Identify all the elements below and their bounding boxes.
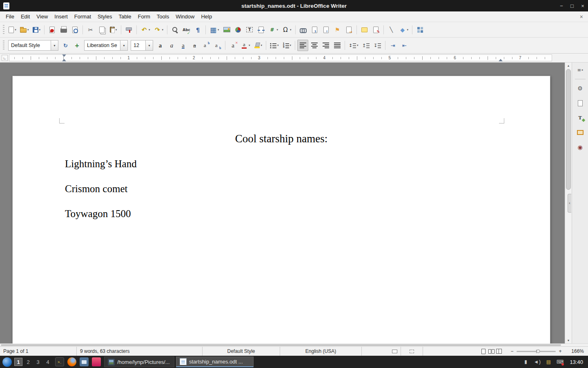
app-menu-icon[interactable] xyxy=(2,357,12,367)
clipboard-icon[interactable]: ▤ xyxy=(543,357,553,367)
basic-shapes-button[interactable]: ◆▾ xyxy=(397,24,410,36)
font-size-dropdown[interactable]: ▾ xyxy=(145,40,153,51)
workspace-3-button[interactable]: 3 xyxy=(34,358,42,366)
writer-window-button[interactable]: startship_names.odt ... xyxy=(176,357,254,367)
menu-edit[interactable]: Edit xyxy=(18,12,33,21)
dropdown-arrow-icon[interactable]: ▾ xyxy=(27,28,29,31)
export-pdf-button[interactable] xyxy=(47,24,58,36)
zoom-slider-thumb[interactable] xyxy=(536,350,540,353)
find-replace-button[interactable] xyxy=(169,24,180,36)
menu-form[interactable]: Form xyxy=(134,12,153,21)
firefox-launcher-button[interactable] xyxy=(67,357,77,367)
align-left-button[interactable] xyxy=(297,40,308,51)
dropdown-arrow-icon[interactable]: ▾ xyxy=(249,44,250,47)
track-changes-button[interactable] xyxy=(370,24,381,36)
workspace-4-button[interactable]: 4 xyxy=(44,358,52,366)
dropdown-arrow-icon[interactable]: ▾ xyxy=(116,28,117,31)
open-button[interactable]: ▾ xyxy=(18,24,31,36)
document-area[interactable]: Cool starship names: Lightning’s HandCri… xyxy=(0,63,565,343)
document-heading[interactable]: Cool starship names: xyxy=(13,131,550,146)
menu-format[interactable]: Format xyxy=(71,12,94,21)
sidebar-tab-navigator[interactable]: ◉ xyxy=(575,141,586,153)
sidebar-tab-sidebar-settings[interactable]: ≡ xyxy=(575,64,586,76)
zoom-level[interactable]: 166% xyxy=(567,348,588,354)
input-method-icon[interactable]: ⌨ xyxy=(555,357,565,367)
numbered-list-button[interactable]: ▾ xyxy=(281,40,293,51)
align-justify-button[interactable] xyxy=(332,40,343,51)
insert-cross-reference-button[interactable] xyxy=(343,24,354,36)
close-button[interactable]: × xyxy=(577,0,588,11)
scrollbar-thumb[interactable] xyxy=(566,69,571,190)
print-button[interactable] xyxy=(58,24,69,36)
increase-paragraph-spacing-button[interactable]: ↥ xyxy=(361,40,372,51)
paste-button[interactable]: ▾ xyxy=(108,24,119,36)
dropdown-arrow-icon[interactable]: ▾ xyxy=(357,44,359,47)
status-language[interactable]: English (USA) xyxy=(280,347,362,356)
undo-button[interactable]: ↶▾ xyxy=(139,24,152,36)
insert-chart-button[interactable] xyxy=(233,24,244,36)
battery-icon[interactable]: ▮ xyxy=(521,357,530,367)
menu-help[interactable]: Help xyxy=(198,12,215,21)
right-indent-marker[interactable] xyxy=(499,59,503,61)
sidebar-tab-styles[interactable]: T xyxy=(575,112,586,123)
highlight-color-button[interactable]: ▾ xyxy=(252,40,264,51)
clock[interactable]: 13:40 xyxy=(567,359,586,365)
insert-text-box-button[interactable]: T xyxy=(244,24,255,36)
bullet-list-button[interactable]: ▾ xyxy=(268,40,281,51)
insert-page-break-button[interactable] xyxy=(256,24,267,36)
minimize-button[interactable]: − xyxy=(556,0,567,11)
insert-table-button[interactable]: ▦▾ xyxy=(208,24,221,36)
special-character-button[interactable]: Ω▾ xyxy=(280,24,293,36)
dropdown-arrow-icon[interactable]: ▾ xyxy=(149,28,150,31)
workspace-1-button[interactable]: 1 xyxy=(14,358,22,366)
zoom-slider-track[interactable] xyxy=(517,351,556,352)
increase-indent-button[interactable]: ⇥ xyxy=(388,40,399,51)
copy-button[interactable] xyxy=(96,24,107,36)
book-view-button[interactable] xyxy=(496,348,502,355)
dropdown-arrow-icon[interactable]: ▾ xyxy=(407,28,409,31)
align-center-button[interactable] xyxy=(309,40,320,51)
strikethrough-button[interactable]: a xyxy=(189,40,200,51)
file-manager-launcher-button[interactable] xyxy=(79,357,89,367)
dropdown-arrow-icon[interactable]: ▾ xyxy=(290,44,292,47)
draw-functions-button[interactable] xyxy=(414,24,425,36)
decrease-indent-button[interactable]: ⇤ xyxy=(399,40,410,51)
status-selection-mode[interactable] xyxy=(401,347,423,356)
tab-stop-selector[interactable]: ∟ xyxy=(2,55,8,61)
document-body[interactable]: Lightning’s HandCrismon cometToywagon 15… xyxy=(13,157,550,220)
volume-icon[interactable]: ◄ xyxy=(532,357,542,367)
font-color-button[interactable]: a▾ xyxy=(239,40,252,51)
pictures-window-button[interactable]: /home/lynp/Pictures/... xyxy=(104,357,174,367)
dropdown-arrow-icon[interactable]: ▾ xyxy=(162,28,164,31)
horizontal-scrollbar-thumb[interactable] xyxy=(1,344,561,346)
dropdown-arrow-icon[interactable]: ▾ xyxy=(290,28,292,31)
print-preview-button[interactable] xyxy=(69,24,80,36)
align-right-button[interactable] xyxy=(320,40,331,51)
insert-comment-button[interactable] xyxy=(359,24,370,36)
font-name-value[interactable]: Liberation Se xyxy=(84,40,120,51)
sidebar-tab-page-tab[interactable] xyxy=(575,97,586,109)
insert-line-button[interactable]: ╲ xyxy=(386,24,397,36)
first-line-indent-marker[interactable] xyxy=(62,54,66,57)
menu-styles[interactable]: Styles xyxy=(94,12,115,21)
formatting-marks-button[interactable]: ¶ xyxy=(192,24,203,36)
horizontal-ruler[interactable]: 1234567 xyxy=(9,54,552,61)
insert-footnote-button[interactable] xyxy=(309,24,320,36)
menu-tools[interactable]: Tools xyxy=(154,12,172,21)
menu-file[interactable]: File xyxy=(2,12,18,21)
scroll-down-button[interactable]: ▼ xyxy=(565,337,572,343)
workspace-2-button[interactable]: 2 xyxy=(24,358,32,366)
sidebar-collapse-handle[interactable]: ‹ xyxy=(568,194,571,213)
spelling-button[interactable]: Abc xyxy=(181,24,192,36)
paragraph-style-dropdown[interactable]: ▾ xyxy=(51,40,58,51)
bold-button[interactable]: a xyxy=(155,40,166,51)
scroll-up-button[interactable]: ▲ xyxy=(565,63,572,69)
subscript-button[interactable]: a xyxy=(212,40,223,51)
update-style-button[interactable]: ↻ xyxy=(60,40,71,51)
dropdown-arrow-icon[interactable]: ▾ xyxy=(15,28,16,31)
superscript-button[interactable]: a xyxy=(200,40,212,51)
underline-button[interactable]: a xyxy=(178,40,189,51)
paragraph-style-value[interactable]: Default Style xyxy=(8,40,51,51)
menu-table[interactable]: Table xyxy=(115,12,134,21)
dropdown-arrow-icon[interactable]: ▾ xyxy=(39,28,41,31)
